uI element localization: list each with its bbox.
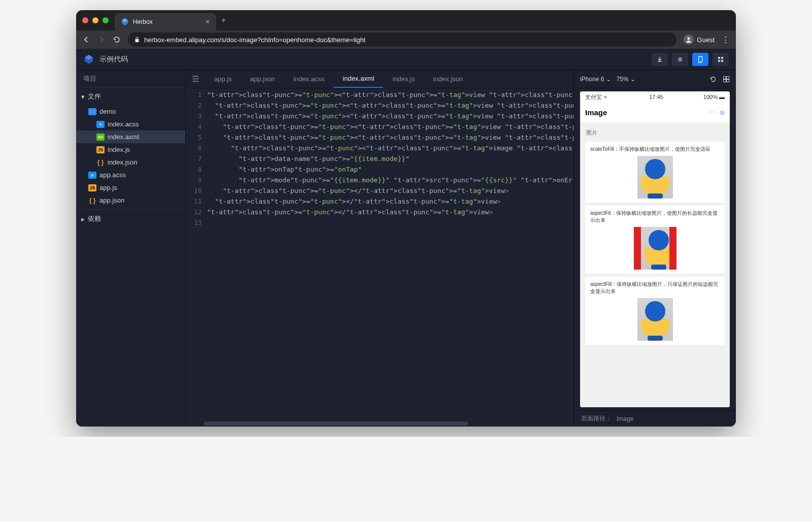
lock-icon xyxy=(134,37,140,43)
file-app-json[interactable]: { } app.json xyxy=(76,194,185,207)
device-selector[interactable]: iPhone 6 ⌄ xyxy=(580,76,611,83)
file-icon-axml: <> xyxy=(96,134,105,141)
maximize-window[interactable] xyxy=(103,17,109,23)
file-index-acss[interactable]: ≡ index.acss xyxy=(76,118,185,130)
svg-rect-16 xyxy=(724,79,726,82)
browser-nav-bar: herbox-embed.alipay.com/s/doc-image?chIn… xyxy=(76,30,736,49)
file-app-js[interactable]: JS app.js xyxy=(76,181,185,194)
scrollbar-thumb[interactable] xyxy=(204,421,468,426)
image-section-scaletofill: scaleToFill：不保持纵横比缩放图片，使图片完全适应 xyxy=(585,142,725,203)
forward-button[interactable] xyxy=(97,36,106,44)
phone-simulator[interactable]: 支付宝 ᯤ 17:45 100% ▬ Image ⋯ ◎ 图片 scaleToF… xyxy=(580,91,730,407)
image-section-aspectfit: aspectFit：保持纵横比缩放图片，使图片的长边能完全显示出来 xyxy=(585,206,725,274)
code-editor[interactable]: 12345678910111213 "t-attr">class"t-punc"… xyxy=(186,88,573,420)
file-index-axml[interactable]: <> index.axml xyxy=(76,130,185,143)
minimize-window[interactable] xyxy=(92,17,98,23)
battery-icon: ▬ xyxy=(719,94,725,100)
phone-body[interactable]: 图片 scaleToFill：不保持纵横比缩放图片，使图片完全适应 aspect… xyxy=(580,123,730,407)
layout-preview-icon[interactable] xyxy=(723,76,730,83)
browser-tab-strip: Herbox ✕ + xyxy=(76,10,736,30)
preview-footer: 页面路径： Image xyxy=(574,410,736,427)
phone-preview-button[interactable] xyxy=(692,53,708,66)
phone-nav-bar: Image ⋯ ◎ xyxy=(580,103,730,123)
svg-rect-11 xyxy=(721,57,723,59)
profile-button[interactable]: Guest xyxy=(684,35,715,45)
page-path-label: 页面路径： xyxy=(581,414,612,423)
sidebar: 项目 ▾ 文件 demo ≡ index.acss <> index.axml xyxy=(76,70,186,427)
wifi-icon: ᯤ xyxy=(603,94,609,100)
app-logo-icon xyxy=(83,54,94,65)
app-header: 示例代码 xyxy=(76,49,736,70)
tab-app-js[interactable]: app.js xyxy=(205,70,241,88)
zoom-selector[interactable]: 75% ⌄ xyxy=(616,76,635,83)
page-description: 图片 xyxy=(580,127,730,139)
grid-view-button[interactable] xyxy=(713,53,729,66)
phone-status-bar: 支付宝 ᯤ 17:45 100% ▬ xyxy=(580,91,730,103)
file-index-json[interactable]: { } index.json xyxy=(76,156,185,169)
line-gutter: 12345678910111213 xyxy=(186,88,207,420)
file-index-js[interactable]: JS index.js xyxy=(76,143,185,156)
window-controls xyxy=(82,17,109,23)
page-title: Image xyxy=(585,108,607,117)
back-button[interactable] xyxy=(82,36,90,44)
sidebar-section-deps[interactable]: ▸ 依赖 xyxy=(76,210,185,227)
favicon-icon xyxy=(121,18,129,26)
file-icon-acss: ≡ xyxy=(96,121,105,128)
app-title: 示例代码 xyxy=(99,55,128,64)
refresh-preview-icon[interactable] xyxy=(709,76,717,83)
tab-index-js[interactable]: index.js xyxy=(383,70,424,88)
file-icon-js: JS xyxy=(96,146,105,153)
svg-rect-15 xyxy=(727,76,729,79)
code-content[interactable]: "t-attr">class"t-punc">="t-punc"><"t-att… xyxy=(207,88,573,420)
chevron-right-icon: ▸ xyxy=(81,215,85,223)
reload-button[interactable] xyxy=(113,36,121,44)
url-text: herbox-embed.alipay.com/s/doc-image?chIn… xyxy=(144,36,365,44)
chevron-down-icon: ▾ xyxy=(81,93,85,101)
editor-menu-icon[interactable]: ☰ xyxy=(186,74,205,84)
tab-title: Herbox xyxy=(133,18,153,25)
svg-point-7 xyxy=(680,59,681,60)
folder-icon xyxy=(88,108,96,115)
file-app-acss[interactable]: ≡ app.acss xyxy=(76,169,185,181)
tab-index-axml[interactable]: index.axml xyxy=(333,70,383,88)
close-window[interactable] xyxy=(82,17,88,23)
target-icon[interactable]: ◎ xyxy=(720,109,725,116)
page-path-value: Image xyxy=(617,415,633,422)
close-tab-icon[interactable]: ✕ xyxy=(205,18,210,25)
preview-panel: iPhone 6 ⌄ 75% ⌄ 支付宝 xyxy=(573,70,736,427)
url-bar[interactable]: herbox-embed.alipay.com/s/doc-image?chIn… xyxy=(128,32,676,47)
svg-rect-14 xyxy=(724,76,726,79)
settings-button[interactable] xyxy=(672,53,688,66)
guest-label: Guest xyxy=(697,36,715,44)
download-button[interactable] xyxy=(652,53,668,66)
preview-toolbar: iPhone 6 ⌄ 75% ⌄ xyxy=(574,70,736,88)
tab-index-acss[interactable]: index.acss xyxy=(284,70,333,88)
new-tab-button[interactable]: + xyxy=(221,16,226,25)
svg-point-9 xyxy=(700,61,701,62)
tab-app-json[interactable]: app.json xyxy=(241,70,284,88)
file-icon-json: { } xyxy=(96,159,105,166)
chevron-down-icon: ⌄ xyxy=(630,76,635,83)
tab-index-json[interactable]: index.json xyxy=(424,70,472,88)
svg-rect-2 xyxy=(136,39,139,42)
svg-point-3 xyxy=(688,38,690,40)
svg-rect-13 xyxy=(721,60,723,62)
browser-menu-button[interactable]: ⋮ xyxy=(722,35,730,45)
svg-rect-17 xyxy=(727,79,729,82)
svg-rect-12 xyxy=(718,60,720,62)
file-icon-json: { } xyxy=(88,197,96,204)
editor-tabs: ☰ app.js app.json index.acss index.axml … xyxy=(186,70,573,88)
sidebar-section-files[interactable]: ▾ 文件 xyxy=(76,88,185,105)
folder-demo[interactable]: demo xyxy=(76,105,185,118)
more-icon[interactable]: ⋯ xyxy=(709,109,715,116)
file-icon-js: JS xyxy=(88,184,96,191)
sidebar-project-label: 项目 xyxy=(76,70,185,88)
guest-icon xyxy=(684,35,694,45)
folder-name: demo xyxy=(99,108,116,115)
editor-area: ☰ app.js app.json index.acss index.axml … xyxy=(186,70,573,427)
image-section-aspectfill: aspectFill：保持纵横比缩放图片，只保证图片的短边能完全显示出来 xyxy=(585,277,725,345)
horizontal-scrollbar[interactable] xyxy=(192,420,567,427)
file-icon-acss: ≡ xyxy=(88,172,96,179)
browser-tab[interactable]: Herbox ✕ xyxy=(115,13,216,30)
svg-rect-10 xyxy=(718,57,720,59)
